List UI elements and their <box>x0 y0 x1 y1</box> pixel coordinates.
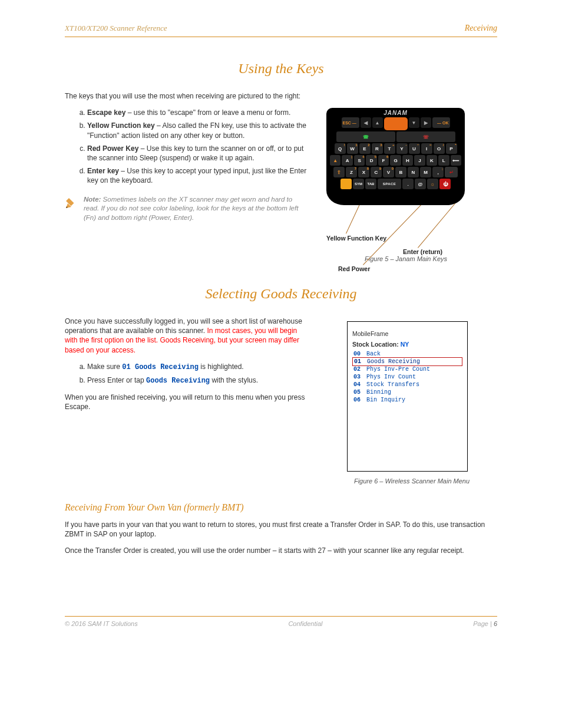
caps-icon: ▲ <box>330 155 340 166</box>
note-block: Note: Sometimes labels on the XT scanner… <box>65 195 309 223</box>
nav-right-icon: ▶ <box>421 117 431 128</box>
nav-down-icon: ▼ <box>409 117 419 128</box>
letter-key: L <box>438 155 449 166</box>
key-description-list: Escape key – use this to "escape" from o… <box>65 108 309 185</box>
letter-key: F6 <box>378 155 389 166</box>
letter-key: U− <box>409 143 420 154</box>
letter-key: Z7 <box>346 167 357 177</box>
screen-title: MobileFrame <box>352 330 462 337</box>
backspace-icon: ⟵ <box>451 155 461 166</box>
letter-key: W1 <box>347 143 358 154</box>
letter-key: V0 <box>383 167 394 177</box>
letter-key: B <box>395 167 406 177</box>
period-key: . <box>402 179 414 189</box>
letter-key: D5 <box>366 155 376 166</box>
letter-key: R3 <box>372 143 383 154</box>
menu-row: 04Stock Transfers <box>352 381 462 388</box>
menu-row: 01Goods Receiving <box>352 357 462 366</box>
header-left: XT100/XT200 Scanner Reference <box>65 24 167 33</box>
menu-row: 05Binning <box>352 388 462 396</box>
screen-caption: Figure 6 – Wireless Scanner Main Menu <box>326 477 497 485</box>
letter-key: I= <box>421 143 432 154</box>
letter-key: J <box>414 155 425 166</box>
sym-key: SYM <box>353 179 364 189</box>
device-logo: JANAM <box>326 108 465 117</box>
power-key-icon: ⏻ <box>439 179 451 189</box>
footer-rule <box>65 616 497 617</box>
section-title-goods: Selecting Goods Receiving <box>65 286 497 302</box>
letter-key: E2 <box>359 143 371 154</box>
intro-paragraph: The keys that you will use the most when… <box>65 91 309 101</box>
menu-row: 02Phys Inv-Pre Count <box>352 365 462 373</box>
header-rule <box>65 37 497 37</box>
letter-key: S4 <box>354 155 365 166</box>
menu-row: 03Phys Inv Count <box>352 373 462 381</box>
letter-key: C9 <box>371 167 382 177</box>
van-paragraph-2: Once the Transfer Order is created, you … <box>65 546 497 555</box>
letter-key: P* <box>446 143 457 154</box>
key-desc-enter: Enter key – Use this key to accept your … <box>87 166 309 185</box>
letter-key: Q! <box>335 143 346 154</box>
menu-row: 06Bin Inquiry <box>352 396 462 404</box>
letter-key: H <box>402 155 413 166</box>
yellow-fn-key <box>340 179 352 189</box>
section-title-keys: Using the Keys <box>65 61 497 77</box>
ok-key: — OK <box>432 117 450 128</box>
footer-right: Page | 6 <box>473 620 497 627</box>
letter-key: Y- <box>396 143 408 154</box>
stock-line: Stock Location: NY <box>352 341 462 348</box>
letter-key: N <box>408 167 419 177</box>
enter-key-icon: ↵ <box>445 167 458 177</box>
letter-key: X8 <box>358 167 369 177</box>
key-desc-escape: Escape key – use this to "escape" from o… <box>87 108 309 117</box>
letter-key: M <box>420 167 431 177</box>
center-pad <box>384 117 408 130</box>
letter-key: K <box>427 155 437 166</box>
scanner-screen: MobileFrame Stock Location: NY 00Back01G… <box>347 321 468 472</box>
header-right: Receiving <box>465 24 497 33</box>
at-key: @ <box>415 179 426 189</box>
nav-left-icon: ◀ <box>361 117 371 128</box>
subheading-van: Receiving From Your Own Van (formerly BM… <box>65 502 497 513</box>
goods-steps: Make sure 01 Goods Receiving is highligh… <box>65 362 309 386</box>
goods-intro-paragraph: Once you have successfully logged in, yo… <box>65 317 309 355</box>
tab-key: TAB <box>365 179 376 189</box>
label-red-power: Red Power <box>338 265 370 272</box>
shift-icon: ⇧ <box>333 167 345 177</box>
end-call-icon: ☏ <box>396 131 455 142</box>
key-desc-red-power: Red Power Key – Use this key to turn the… <box>87 144 309 163</box>
letter-key: G <box>390 155 401 166</box>
light-icon: ☼ <box>427 179 438 189</box>
call-icon: ☎ <box>336 131 395 142</box>
menu-list: 00Back01Goods Receiving02Phys Inv-Pre Co… <box>352 350 462 404</box>
letter-key: A| <box>342 155 352 166</box>
footer-center: Confidential <box>288 620 322 627</box>
label-yellow-fn: Yellow Function Key <box>326 235 386 242</box>
device-diagram: Escape Yellow Function Key Enter (return… <box>326 108 485 262</box>
diagram-caption: Figure 5 – Janam Main Keys <box>326 255 485 262</box>
label-enter: Enter (return) <box>403 248 442 255</box>
note-text: Note: Sometimes labels on the XT scanner… <box>84 195 309 223</box>
van-paragraph-1: If you have parts in your van that you w… <box>65 520 497 539</box>
footer-left: © 2016 SAM IT Solutions <box>65 620 138 627</box>
comma-key: ,; <box>432 167 444 177</box>
space-key: SPACE <box>378 179 401 189</box>
key-desc-yellow-fn: Yellow Function key – Also called the FN… <box>87 121 309 140</box>
nav-up-icon: ▲ <box>372 117 383 128</box>
goods-step-2: Press Enter or tap Goods Receiving with … <box>87 375 309 386</box>
goods-outro-paragraph: When you are finished receiving, you wil… <box>65 393 309 411</box>
esc-key: ESC — <box>342 117 359 128</box>
goods-step-1: Make sure 01 Goods Receiving is highligh… <box>87 362 309 372</box>
letter-key: O/ <box>434 143 445 154</box>
keyboard-row-1: Q!W1E2R3T+Y-U−I=O/P* <box>326 143 465 154</box>
pencil-icon <box>65 196 79 209</box>
svg-rect-1 <box>66 198 74 206</box>
letter-key: T+ <box>384 143 395 154</box>
